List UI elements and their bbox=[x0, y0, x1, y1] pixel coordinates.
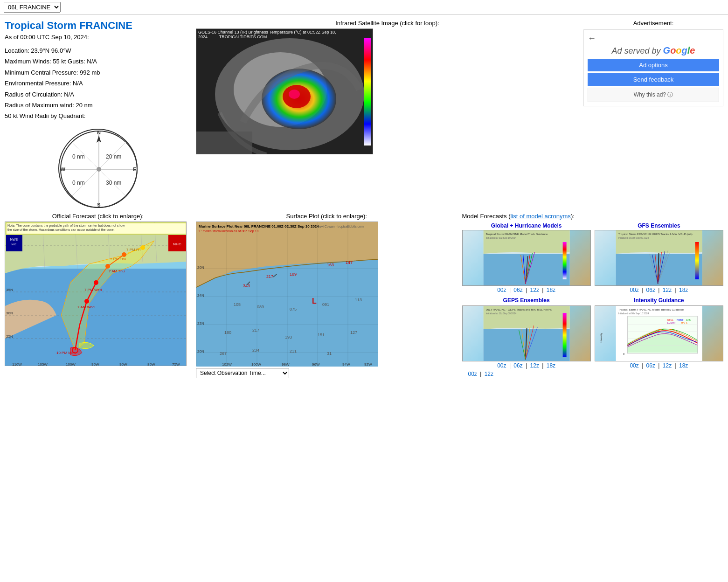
svg-rect-22 bbox=[364, 38, 371, 146]
bottom-12z-link[interactable]: 12z bbox=[485, 371, 493, 377]
svg-text:Marine Surface Plot Near 06L F: Marine Surface Plot Near 06L FRANCINE 01… bbox=[199, 224, 319, 229]
svg-text:HAFS: HAFS bbox=[681, 321, 687, 324]
svg-text:Note: The cone contains the pr: Note: The cone contains the probable pat… bbox=[7, 224, 125, 228]
why-this-ad-button[interactable]: Why this ad? ⓘ bbox=[588, 88, 719, 102]
send-feedback-button[interactable]: Send feedback bbox=[588, 73, 719, 86]
geps-model-svg: 06L FRANCINE - GEPS Tracks and Min. MSLP… bbox=[463, 306, 590, 361]
intensity-12z-link[interactable]: 12z bbox=[663, 362, 672, 369]
svg-point-20 bbox=[289, 90, 300, 99]
satellite-image[interactable]: GOES-16 Channel 13 (IR) Brightness Tempe… bbox=[196, 28, 373, 154]
satellite-section: Infrared Satellite Image (click for loop… bbox=[196, 20, 579, 154]
bottom-00z-link[interactable]: 00z bbox=[468, 371, 477, 377]
surface-plot-image[interactable]: 26N 24N 22N 20N 102W 100W 98W 96W 94W 92… bbox=[196, 222, 378, 366]
geps-06z-link[interactable]: 06z bbox=[513, 362, 522, 369]
svg-text:24N: 24N bbox=[197, 293, 204, 298]
intensity-06z-link[interactable]: 06z bbox=[646, 362, 655, 369]
svg-text:NWS: NWS bbox=[10, 238, 18, 241]
svg-text:100W: 100W bbox=[66, 362, 76, 366]
svg-text:189: 189 bbox=[290, 272, 297, 277]
svg-text:25N: 25N bbox=[6, 334, 13, 339]
svg-text:85W: 85W bbox=[147, 362, 155, 366]
observation-time-select[interactable]: Select Observation Time... 00Z Sep 10 06… bbox=[196, 368, 289, 378]
global-18z-link[interactable]: 18z bbox=[547, 287, 555, 293]
svg-text:E: E bbox=[133, 166, 136, 172]
svg-text:193: 193 bbox=[285, 335, 292, 340]
global-00z-link[interactable]: 00z bbox=[497, 287, 506, 293]
svg-text:091: 091 bbox=[322, 302, 329, 307]
storm-selector[interactable]: 06L FRANCINE 05L 04L bbox=[4, 2, 61, 13]
intensity-guidance-image[interactable]: Tropical Storm FRANCINE Model Intensity … bbox=[595, 305, 723, 361]
ad-options-button[interactable]: Ad options bbox=[588, 59, 719, 71]
svg-text:NHC: NHC bbox=[12, 243, 17, 246]
svg-text:96W: 96W bbox=[312, 362, 320, 367]
svg-text:110W: 110W bbox=[12, 362, 22, 366]
gfs-12z-link[interactable]: 12z bbox=[663, 287, 672, 293]
global-model-svg: Tropical Storm FRANCINE Model Track Guid… bbox=[463, 230, 590, 286]
svg-text:7 PM Wed: 7 PM Wed bbox=[84, 288, 102, 292]
svg-text:35N: 35N bbox=[6, 288, 13, 292]
svg-text:7 AM Thu: 7 AM Thu bbox=[109, 269, 125, 273]
global-06z-link[interactable]: 06z bbox=[513, 287, 522, 293]
svg-text:Tropical Storm FRANCINE Model : Tropical Storm FRANCINE Model Intensity … bbox=[618, 308, 684, 311]
model-acronyms-link[interactable]: list of model acronyms bbox=[511, 213, 571, 220]
global-hurricane-image[interactable]: Tropical Storm FRANCINE Model Track Guid… bbox=[462, 230, 591, 286]
storm-radius-max-wind: Radius of Maximum wind: 20 nm bbox=[5, 100, 191, 111]
gfs-18z-link[interactable]: 18z bbox=[679, 287, 688, 293]
surface-plot-section: Surface Plot (click to enlarge): bbox=[196, 213, 458, 379]
ad-back-arrow[interactable]: ← bbox=[588, 34, 596, 43]
svg-text:7 PM Thu: 7 PM Thu bbox=[110, 257, 126, 261]
compass-svg: N S E W 0 nm 20 nm 0 nm 30 nm bbox=[59, 130, 139, 209]
gfs-ensembles-image[interactable]: Tropical Storm FRANCINE GEFS Tracks & Mi… bbox=[595, 230, 723, 286]
intensity-guidance-links: 00z | 06z | 12z | 18z bbox=[595, 362, 723, 369]
ad-box: ← Ad served by Google Ad options Send fe… bbox=[583, 29, 723, 106]
select-time-container: Select Observation Time... 00Z Sep 10 06… bbox=[196, 368, 458, 378]
svg-text:0 nm: 0 nm bbox=[72, 153, 85, 160]
wind-radii-compass: N S E W 0 nm 20 nm 0 nm 30 nm bbox=[58, 129, 138, 208]
storm-radius-circulation: Radius of Circulation: N/A bbox=[5, 89, 191, 100]
svg-text:0 nm: 0 nm bbox=[72, 180, 85, 186]
svg-text:Tropical Storm FRANCINE Model : Tropical Storm FRANCINE Model Track Guid… bbox=[485, 233, 548, 236]
svg-text:90W: 90W bbox=[119, 362, 127, 366]
global-12z-link[interactable]: 12z bbox=[530, 287, 539, 293]
gfs-model-svg: Tropical Storm FRANCINE GEFS Tracks & Mi… bbox=[595, 230, 723, 286]
svg-text:102W: 102W bbox=[222, 362, 232, 367]
svg-text:95W: 95W bbox=[91, 362, 99, 366]
svg-text:100W: 100W bbox=[251, 362, 261, 367]
svg-text:Initialized at 00z Sep 19 2024: Initialized at 00z Sep 19 2024 bbox=[485, 236, 516, 239]
geps-18z-link[interactable]: 18z bbox=[547, 362, 555, 369]
forecast-image[interactable]: 40N 35N 30N 25N 110W 105W 100W 95W 90W 8… bbox=[5, 222, 187, 366]
svg-text:147: 147 bbox=[346, 260, 353, 265]
intensity-00z-link[interactable]: 00z bbox=[630, 362, 638, 369]
storm-max-winds: Maximum Winds: 55 kt Gusts: N/A bbox=[5, 56, 191, 67]
intensity-18z-link[interactable]: 18z bbox=[679, 362, 688, 369]
geps-ensembles-image[interactable]: 06L FRANCINE - GEPS Tracks and Min. MSLP… bbox=[462, 305, 591, 361]
svg-text:Intensity: Intensity bbox=[599, 333, 602, 343]
svg-text:151: 151 bbox=[318, 333, 325, 337]
storm-info: Location: 23.9°N 96.0°W Maximum Winds: 5… bbox=[5, 45, 191, 122]
geps-00z-link[interactable]: 00z bbox=[497, 362, 506, 369]
storm-title: Tropical Storm FRANCINE bbox=[5, 20, 191, 32]
global-hurricane-links: 00z | 06z | 12z | 18z bbox=[462, 287, 591, 293]
svg-text:105W: 105W bbox=[38, 362, 48, 366]
svg-text:Initialized at 18z Sep 09 2024: Initialized at 18z Sep 09 2024 bbox=[618, 236, 649, 239]
svg-rect-150 bbox=[562, 313, 566, 357]
svg-text:20 nm: 20 nm bbox=[106, 153, 121, 160]
storm-location: Location: 23.9°N 96.0°W bbox=[5, 45, 191, 56]
geps-12z-link[interactable]: 12z bbox=[530, 362, 539, 369]
svg-text:Initialized at 12z Sep 09 2024: Initialized at 12z Sep 09 2024 bbox=[485, 312, 516, 315]
storm-env-pressure: Environmental Pressure: N/A bbox=[5, 78, 191, 89]
gfs-ensembles-model: GFS Ensembles Tropical Storm FRANCINE GE… bbox=[595, 222, 723, 293]
svg-text:7 PM Fri: 7 PM Fri bbox=[126, 248, 140, 252]
intensity-guidance-title: Intensity Guidance bbox=[595, 297, 723, 304]
ad-served-text: Ad served by Google bbox=[588, 45, 719, 56]
geps-ensembles-links: 00z | 06z | 12z | 18z bbox=[462, 362, 591, 369]
gfs-00z-link[interactable]: 00z bbox=[630, 287, 638, 293]
svg-text:NHC: NHC bbox=[173, 242, 181, 246]
geps-ensembles-title: GEPS Ensembles bbox=[462, 297, 591, 304]
right-column: Advertisement: ← Ad served by Google Ad … bbox=[583, 20, 723, 208]
svg-text:75W: 75W bbox=[172, 362, 180, 366]
bottom-model-links: 00z | 12z bbox=[462, 369, 724, 379]
svg-text:105: 105 bbox=[234, 302, 241, 307]
gfs-06z-link[interactable]: 06z bbox=[646, 287, 655, 293]
svg-text:30 nm: 30 nm bbox=[106, 180, 121, 186]
